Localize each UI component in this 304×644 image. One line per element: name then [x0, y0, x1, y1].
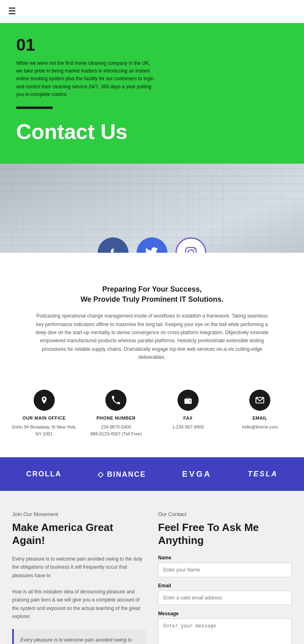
- social-icons-container: f: [98, 237, 206, 253]
- fax-label: FAX: [152, 416, 224, 420]
- svg-point-2: [188, 250, 194, 253]
- phone-label: PHONE NUMBER: [80, 416, 152, 420]
- hero-description: While we were not the first home cleanin…: [16, 60, 154, 98]
- contact-email: EMAIL hello@theme.com: [224, 390, 296, 437]
- tagline-body: Podcasting operational change management…: [34, 312, 270, 361]
- email-icon: [249, 390, 270, 411]
- phone-icon: [105, 390, 126, 411]
- office-label: OUR MAIN OFFICE: [8, 416, 80, 420]
- hero-number: 01: [16, 35, 288, 55]
- tagline-line1: Preparing For Your Success,: [16, 285, 288, 294]
- tagline-line2: We Provide Truly Prominent IT Solutions.: [16, 295, 288, 304]
- email-form-group: Email: [158, 583, 292, 605]
- contact-office: OUR MAIN OFFICE SoHo 94 Broadway St New …: [8, 390, 80, 437]
- left-panel-subtitle: Join Our Movement: [12, 511, 146, 517]
- tagline-section: Preparing For Your Success, We Provide T…: [0, 253, 304, 373]
- phone-value: 234-9876-5400888-0123-4567 (Toll Free): [80, 424, 152, 437]
- partner-crolla: CROLLA: [26, 470, 62, 478]
- office-value: SoHo 94 Broadway St New York, NY 1001: [8, 424, 80, 437]
- fax-icon: [178, 390, 199, 411]
- twitter-icon[interactable]: [137, 237, 167, 253]
- left-panel-body1: Every pleasure is to welcome pain avoide…: [12, 555, 146, 580]
- blockquote-text: Every pleasure is to welcome pain avoide…: [20, 636, 139, 644]
- left-panel-body2: How is all this mistaken idea of denounc…: [12, 588, 146, 621]
- menu-icon[interactable]: ☰: [8, 6, 16, 16]
- email-value: hello@theme.com: [224, 424, 296, 431]
- message-label: Message: [158, 611, 292, 616]
- message-textarea[interactable]: [158, 618, 292, 644]
- message-form-group: Message: [158, 611, 292, 644]
- svg-point-3: [194, 249, 195, 250]
- instagram-icon[interactable]: [176, 237, 206, 253]
- right-panel-subtitle: Our Contact: [158, 511, 292, 517]
- right-panel-title: Feel Free To Ask Me Anything: [158, 521, 292, 546]
- office-icon: [34, 390, 55, 411]
- hero-section: 01 While we were not the first home clea…: [0, 23, 304, 164]
- facebook-icon[interactable]: f: [98, 237, 128, 253]
- partner-evga: EVGA: [182, 469, 212, 479]
- hero-title: Contact Us: [16, 120, 288, 143]
- bottom-content: Join Our Movement Make America Great Aga…: [0, 491, 304, 644]
- contact-info-section: OUR MAIN OFFICE SoHo 94 Broadway St New …: [0, 373, 304, 457]
- partner-binance: ◇ BINANCE: [98, 470, 146, 479]
- left-panel-title: Make America Great Again!: [12, 521, 146, 546]
- right-panel: Our Contact Feel Free To Ask Me Anything…: [158, 511, 292, 644]
- partner-tesla: TESLA: [248, 470, 278, 478]
- svg-text:f: f: [110, 247, 114, 253]
- header: ☰: [0, 0, 304, 23]
- email-label: Email: [158, 583, 292, 589]
- building-section: f: [0, 164, 304, 253]
- svg-point-7: [189, 401, 191, 402]
- left-panel-quote: Every pleasure is to welcome pain avoide…: [12, 629, 146, 644]
- name-form-group: Name: [158, 555, 292, 577]
- svg-rect-6: [186, 397, 190, 399]
- contact-fax: FAX 1-234-567-8900: [152, 390, 224, 437]
- email-input[interactable]: [158, 591, 292, 605]
- hero-divider: [16, 107, 53, 109]
- name-label: Name: [158, 555, 292, 561]
- name-input[interactable]: [158, 563, 292, 577]
- partners-section: CROLLA ◇ BINANCE EVGA TESLA: [0, 457, 304, 491]
- contact-phone: PHONE NUMBER 234-9876-5400888-0123-4567 …: [80, 390, 152, 437]
- fax-value: 1-234-567-8900: [152, 424, 224, 431]
- left-panel: Join Our Movement Make America Great Aga…: [12, 511, 146, 644]
- email-label: EMAIL: [224, 416, 296, 420]
